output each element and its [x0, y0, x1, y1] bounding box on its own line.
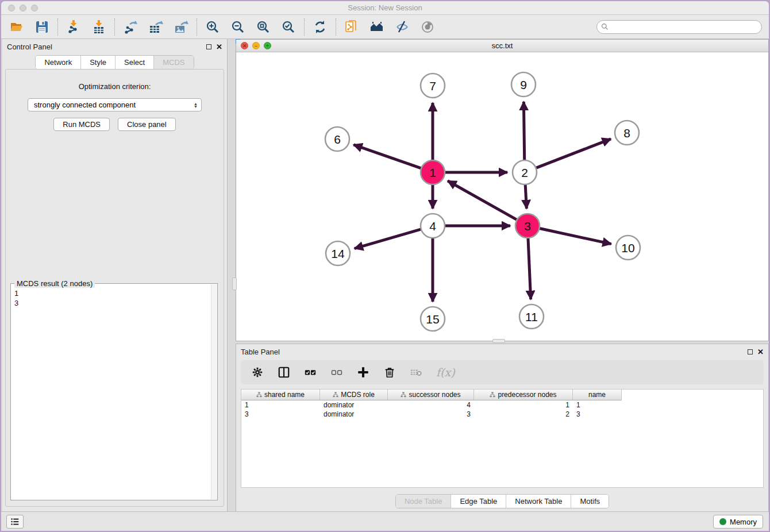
delete-icon[interactable]	[383, 366, 396, 379]
close-table-panel-icon[interactable]: ✕	[757, 348, 764, 356]
cell[interactable]: 4	[388, 400, 474, 410]
column-header-successor-nodes[interactable]: successor nodes	[388, 390, 474, 400]
mcds-result-title: MCDS result (2 nodes)	[14, 279, 95, 288]
tab-edge-table[interactable]: Edge Table	[451, 495, 506, 508]
tab-node-table[interactable]: Node Table	[396, 495, 452, 508]
graph-node-1[interactable]: 1	[421, 160, 445, 184]
cell[interactable]: 1	[474, 400, 573, 410]
close-panel-button[interactable]: Close panel	[118, 118, 176, 131]
graph-edge-2-9[interactable]	[523, 102, 524, 161]
close-panel-icon[interactable]: ✕	[216, 43, 222, 51]
svg-text:1: 1	[429, 166, 436, 179]
graph-node-3[interactable]: 3	[515, 214, 540, 238]
table-row[interactable]: 3dominator323	[241, 410, 763, 419]
cell[interactable]: 3	[388, 410, 474, 419]
column-header-name[interactable]: name	[573, 390, 622, 400]
optimization-criterion-label: Optimization criterion:	[6, 82, 224, 91]
import-network-icon[interactable]	[66, 20, 81, 34]
column-header-MCDS-role[interactable]: MCDS role	[320, 390, 388, 400]
graph-edge-4-14[interactable]	[355, 229, 422, 248]
graph-node-6[interactable]: 6	[325, 127, 349, 151]
settings-icon[interactable]	[251, 366, 264, 379]
app-window: Session: New Session Control Panel ✕ Net…	[0, 0, 770, 532]
show-graphics-details-icon[interactable]	[420, 20, 435, 34]
deselect-all-icon[interactable]	[330, 366, 343, 379]
float-panel-icon[interactable]	[206, 44, 211, 49]
refresh-icon[interactable]	[313, 20, 328, 34]
cell[interactable]: 3	[573, 410, 622, 419]
run-mcds-button[interactable]: Run MCDS	[53, 118, 110, 131]
mcds-result-text[interactable]: 1 3	[14, 288, 210, 499]
table-row[interactable]: 1dominator411	[241, 400, 763, 410]
open-file-icon[interactable]	[9, 20, 24, 34]
cell[interactable]: 1	[241, 400, 320, 410]
cell[interactable]: 3	[241, 410, 320, 419]
tab-network[interactable]: Network	[36, 56, 81, 69]
graph-node-11[interactable]: 11	[519, 304, 544, 329]
graph-edge-2-3[interactable]	[525, 183, 526, 209]
result-scrollbar[interactable]	[211, 284, 217, 499]
svg-text:11: 11	[525, 310, 538, 323]
graph-node-10[interactable]: 10	[616, 236, 640, 260]
tab-network-table[interactable]: Network Table	[506, 495, 571, 508]
zoom-in-icon[interactable]	[205, 20, 220, 34]
columns-icon[interactable]	[278, 366, 290, 379]
graph-edge-3-11[interactable]	[528, 237, 531, 299]
control-panel: Control Panel ✕ NetworkStyleSelectMCDS O…	[2, 39, 228, 512]
main-toolbar	[1, 15, 769, 39]
tab-mcds[interactable]: MCDS	[154, 56, 193, 69]
search-field[interactable]	[596, 20, 762, 34]
table-panel-header: Table Panel ✕	[236, 344, 768, 359]
network-canvas[interactable]: 7968124314101511	[236, 52, 768, 341]
export-table-icon[interactable]	[148, 20, 163, 34]
float-table-panel-icon[interactable]	[748, 349, 753, 354]
graph-edge-2-8[interactable]	[535, 139, 611, 168]
vertical-scrollbar-thumb[interactable]	[232, 277, 237, 290]
graph-node-2[interactable]: 2	[513, 160, 537, 184]
select-all-icon[interactable]	[304, 366, 317, 379]
graph-node-15[interactable]: 15	[421, 307, 445, 331]
mcds-panel: Optimization criterion: strongly connect…	[5, 69, 224, 507]
table-toolbar: f(x)	[241, 360, 764, 384]
function-icon: f(x)	[436, 366, 455, 379]
search-input[interactable]	[609, 21, 761, 33]
graph-node-4[interactable]: 4	[421, 214, 445, 238]
graph-edge-3-10[interactable]	[538, 228, 611, 244]
graph-node-8[interactable]: 8	[615, 121, 639, 145]
graph-node-9[interactable]: 9	[511, 72, 536, 97]
table-panel: Table Panel ✕ f(x) shared nameMCDS roles…	[236, 344, 769, 512]
column-header-shared-name[interactable]: shared name	[241, 390, 320, 400]
graph-edge-3-1[interactable]	[448, 181, 518, 221]
control-panel-tabs: NetworkStyleSelectMCDS	[2, 55, 227, 70]
tab-select[interactable]: Select	[116, 56, 154, 69]
task-history-button[interactable]	[6, 515, 24, 529]
table-header-row: shared nameMCDS rolesuccessor nodesprede…	[241, 390, 763, 400]
cell[interactable]: 2	[474, 410, 573, 419]
memory-label: Memory	[730, 518, 757, 526]
export-image-icon[interactable]	[174, 20, 188, 34]
zoom-out-icon[interactable]	[230, 20, 245, 34]
home-icon[interactable]	[369, 20, 384, 34]
tab-motifs[interactable]: Motifs	[571, 495, 609, 508]
export-network-icon[interactable]	[123, 20, 138, 34]
cell[interactable]: dominator	[320, 410, 388, 419]
memory-button[interactable]: Memory	[713, 515, 763, 529]
network-from-document-icon[interactable]	[344, 20, 359, 34]
horizontal-scrollbar-thumb[interactable]	[492, 339, 505, 343]
tab-style[interactable]: Style	[81, 56, 116, 69]
optimization-criterion-select[interactable]: strongly connected component ▲▼	[28, 98, 202, 111]
save-session-icon[interactable]	[34, 20, 49, 34]
hide-graphics-details-icon[interactable]	[395, 20, 410, 34]
import-table-icon[interactable]	[91, 20, 106, 34]
graph-node-7[interactable]: 7	[421, 74, 445, 98]
cell[interactable]: 1	[573, 400, 622, 410]
memory-status-icon	[719, 518, 726, 525]
add-icon[interactable]	[357, 366, 369, 379]
cell[interactable]: dominator	[320, 400, 388, 410]
svg-text:14: 14	[331, 247, 345, 260]
graph-node-14[interactable]: 14	[326, 241, 350, 265]
graph-edge-1-6[interactable]	[353, 145, 422, 169]
zoom-fit-icon[interactable]	[256, 20, 271, 34]
zoom-selected-icon[interactable]	[281, 20, 296, 34]
column-header-predecessor-nodes[interactable]: predecessor nodes	[474, 390, 573, 400]
